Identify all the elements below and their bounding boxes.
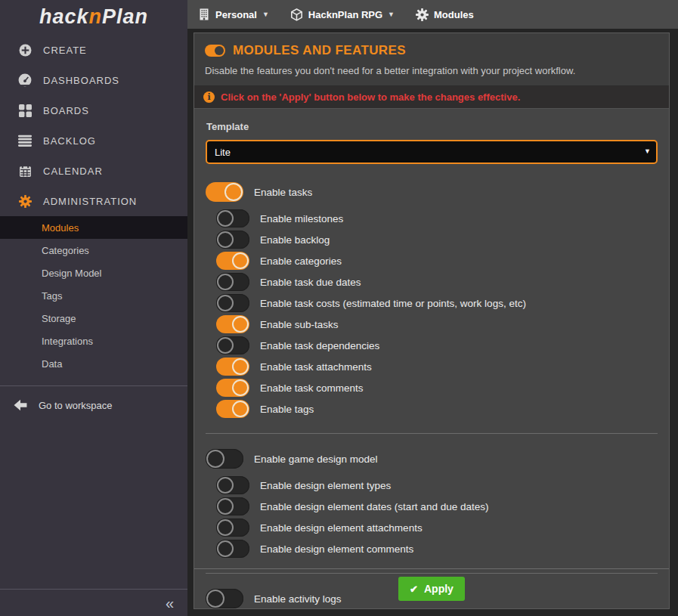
toggle-row-enable-design-element-dates-start-and-due-dates: Enable design element dates (start and d… <box>216 497 658 515</box>
admin-subitem-categories[interactable]: Categories <box>0 239 187 262</box>
toggle-knob <box>217 274 234 290</box>
sidebar-spacer <box>0 424 187 589</box>
toggle-enable-design-element-dates-start-and-due-dates[interactable] <box>216 497 249 515</box>
toggle-row-enable-milestones: Enable milestones <box>216 209 658 228</box>
toggle-knob <box>224 183 243 201</box>
panel-body: Template Lite ▼ Enable tasksEnable miles… <box>194 109 669 568</box>
warning-text: Click on the 'Apply' button below to mak… <box>221 91 520 103</box>
collapse-sidebar-icon[interactable]: « <box>166 596 174 611</box>
toggle-enable-tags[interactable] <box>216 400 249 418</box>
toggle-enable-categories[interactable] <box>216 252 249 270</box>
apply-button[interactable]: ✔ Apply <box>398 577 465 601</box>
toggle-knob <box>217 519 234 536</box>
topbar-item-personal[interactable]: Personal▼ <box>198 8 269 20</box>
toggle-row-enable-design-element-comments: Enable design element comments <box>216 540 658 558</box>
sidebar-item-label: BACKLOG <box>43 135 96 147</box>
calendar-icon <box>17 164 33 178</box>
logo-accent: n <box>89 5 103 28</box>
topbar: Personal▼HacknPlan RPG▼Modules <box>187 0 678 29</box>
toggle-group-2: Enable game design modelEnable design el… <box>206 433 658 567</box>
toggle-row-enable-tasks: Enable tasks <box>206 182 658 202</box>
info-icon: i <box>203 91 215 103</box>
admin-subitem-modules[interactable]: Modules <box>0 216 187 239</box>
arrow-left-icon <box>12 399 29 411</box>
toggle-label: Enable game design model <box>254 453 378 465</box>
toggle-enable-design-element-attachments[interactable] <box>216 518 249 537</box>
toggle-row-enable-backlog: Enable backlog <box>216 231 658 249</box>
template-select[interactable]: Lite <box>206 140 658 164</box>
grid-icon <box>17 104 33 117</box>
main-column: Personal▼HacknPlan RPG▼Modules MODULES A… <box>187 0 678 616</box>
chevron-down-icon: ▼ <box>262 11 269 18</box>
toggle-knob <box>232 358 249 375</box>
toggle-enable-tasks[interactable] <box>206 182 243 202</box>
toggle-group-1: Enable tasksEnable milestonesEnable back… <box>206 175 658 427</box>
gear-icon <box>17 194 33 208</box>
page-subtitle: Disable the features you don't need for … <box>205 65 658 76</box>
sidebar-item-boards[interactable]: BOARDS <box>0 95 187 125</box>
toggle-label: Enable task costs (estimated time or poi… <box>260 298 526 309</box>
toggle-row-enable-task-comments: Enable task comments <box>216 379 658 397</box>
toggle-enable-sub-tasks[interactable] <box>216 315 249 333</box>
toggle-label: Enable task attachments <box>260 361 372 373</box>
toggle-enable-task-attachments[interactable] <box>216 358 249 376</box>
toggle-knob <box>217 337 234 354</box>
sidebar-item-label: CALENDAR <box>43 166 103 177</box>
sidebar-nav: CREATEDASHBOARDSBOARDSBACKLOGCALENDARADM… <box>0 35 187 216</box>
admin-subitem-storage[interactable]: Storage <box>0 307 187 330</box>
toggle-knob <box>206 450 224 468</box>
check-icon: ✔ <box>410 583 418 595</box>
topbar-item-label: Modules <box>434 9 474 20</box>
toggle-row-enable-tags: Enable tags <box>216 400 658 418</box>
apply-button-label: Apply <box>424 583 454 595</box>
toggle-enable-design-element-types[interactable] <box>216 476 249 494</box>
sidebar-item-backlog[interactable]: BACKLOG <box>0 125 187 156</box>
toggle-enable-backlog[interactable] <box>216 231 249 249</box>
admin-subitem-integrations[interactable]: Integrations <box>0 330 187 352</box>
warning-banner: i Click on the 'Apply' button below to m… <box>194 86 669 109</box>
toggle-knob <box>232 316 249 333</box>
toggle-enable-milestones[interactable] <box>216 209 249 228</box>
toggle-label: Enable design element dates (start and d… <box>260 501 488 512</box>
toggle-row-enable-task-due-dates: Enable task due dates <box>216 273 658 291</box>
toggle-label: Enable design element comments <box>260 543 413 555</box>
building-icon <box>198 8 210 20</box>
toggle-knob <box>232 379 249 396</box>
toggle-enable-task-costs-estimated-time-or-points-work-logs-etc[interactable] <box>216 294 249 312</box>
gauge-icon <box>17 73 33 87</box>
topbar-item-modules[interactable]: Modules <box>416 8 474 21</box>
admin-subitem-data[interactable]: Data <box>0 352 187 375</box>
topbar-item-label: Personal <box>215 9 257 20</box>
toggle-icon <box>205 45 225 57</box>
sidebar-item-administration[interactable]: ADMINISTRATION <box>0 186 187 216</box>
toggle-enable-activity-logs[interactable] <box>206 589 243 608</box>
topbar-item-label: HacknPlan RPG <box>308 9 382 20</box>
template-select-wrap: Lite ▼ <box>206 140 658 164</box>
toggle-row-enable-task-costs-estimated-time-or-points-work-logs-etc: Enable task costs (estimated time or poi… <box>216 294 658 312</box>
toggle-enable-design-element-comments[interactable] <box>216 540 249 558</box>
toggle-row-enable-design-element-attachments: Enable design element attachments <box>216 518 658 537</box>
toggle-knob <box>217 231 234 248</box>
toggle-knob <box>217 477 234 494</box>
toggle-enable-game-design-model[interactable] <box>206 449 243 469</box>
toggle-enable-task-dependencies[interactable] <box>216 336 249 354</box>
sidebar-item-calendar[interactable]: CALENDAR <box>0 156 187 186</box>
sidebar-item-create[interactable]: CREATE <box>0 35 187 65</box>
logo-part1: hack <box>39 5 89 28</box>
toggle-label: Enable milestones <box>260 213 343 224</box>
sidebar-item-label: DASHBOARDS <box>43 75 119 86</box>
sidebar-item-dashboards[interactable]: DASHBOARDS <box>0 65 187 95</box>
toggle-label: Enable tags <box>260 404 314 415</box>
toggle-enable-task-comments[interactable] <box>216 379 249 397</box>
admin-subitem-tags[interactable]: Tags <box>0 284 187 307</box>
admin-subitem-design-model[interactable]: Design Model <box>0 262 187 284</box>
topbar-item-hacknplan-rpg[interactable]: HacknPlan RPG▼ <box>290 8 395 21</box>
panel-footer: ✔ Apply <box>194 568 669 608</box>
go-to-workspace-link[interactable]: Go to workspace <box>0 386 187 424</box>
toggle-enable-task-due-dates[interactable] <box>216 273 249 291</box>
go-to-workspace-label: Go to workspace <box>39 400 113 411</box>
toggle-label: Enable task comments <box>260 382 364 394</box>
hacknplan-logo: hacknPlan <box>0 0 187 35</box>
toggle-knob <box>217 210 234 227</box>
plus-circle-icon <box>17 43 33 57</box>
